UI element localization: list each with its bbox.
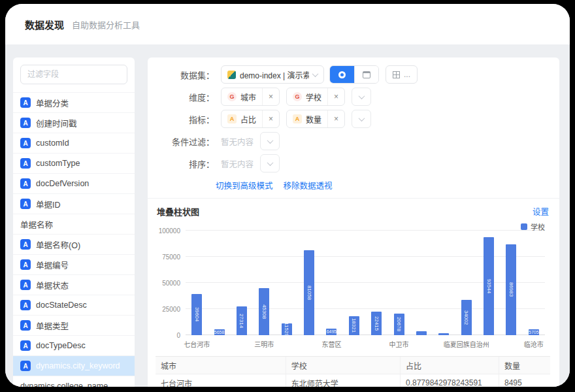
dataset-label: 数据集： xyxy=(156,69,221,81)
chart-plot: 3960456582731445308115298105864951832122… xyxy=(186,231,545,335)
sidebar-field-item[interactable]: AdocDefVersion xyxy=(13,173,135,193)
dataset-icon xyxy=(227,71,236,79)
sidebar-field-item[interactable]: AdocTypeDesc xyxy=(13,335,135,355)
table-cell: 七台河市 xyxy=(156,374,286,387)
field-type-icon: A xyxy=(20,259,31,270)
metric-tag-label: 数量 xyxy=(306,114,321,125)
bar-value-label: 5705 xyxy=(529,330,539,335)
table-header-row: 城市学校占比数量 xyxy=(156,357,550,374)
mode-links: 切换到高级模式 移除数据透视 xyxy=(216,176,550,197)
bar-value-label: 93544 xyxy=(486,279,492,293)
add-dimension-dropdown[interactable] xyxy=(352,88,371,106)
field-label: 创建时间戳 xyxy=(36,117,77,129)
stacked-bar-chart: 0250005000075000100000 39604565827314453… xyxy=(156,221,550,351)
add-sort-dropdown[interactable] xyxy=(260,154,280,172)
bar: 93544 xyxy=(484,237,494,335)
ellipsis-label: ... xyxy=(404,70,410,79)
chart-legend: 学校 xyxy=(521,221,545,232)
filter-empty-text: 暂无内容 xyxy=(221,135,254,148)
bar-value-label: 18321 xyxy=(351,318,357,333)
add-filter-dropdown[interactable] xyxy=(260,132,280,150)
metric-tag-body: A数量 xyxy=(287,114,327,125)
field-type-icon: A xyxy=(20,340,31,351)
dimension-tag-body: G城市 xyxy=(222,91,262,103)
chart-settings-link[interactable]: 设置 xyxy=(533,205,549,218)
field-type-icon: A xyxy=(20,300,31,310)
x-axis-label: 临沧市 xyxy=(524,339,544,349)
sidebar-field-item[interactable]: A单据状态 xyxy=(13,274,135,295)
sidebar: A单据分类A创建时间戳AcustomIdAcustomTypeAdocDefVe… xyxy=(13,57,135,387)
field-type-icon: A xyxy=(20,239,31,250)
main-panel: 数据集： demo-index | 演示索引 ... xyxy=(148,57,559,387)
sidebar-field-item[interactable]: 单据名称 xyxy=(13,214,135,234)
field-label: customId xyxy=(36,139,69,148)
sidebar-field-item[interactable]: A单据分类 xyxy=(13,92,135,112)
more-charts-button[interactable]: ... xyxy=(386,65,418,84)
chevron-down-icon xyxy=(267,159,273,166)
y-tick-label: 0 xyxy=(176,332,180,339)
field-type-icon: A xyxy=(20,320,31,331)
grid-icon xyxy=(393,71,400,78)
field-list: A单据分类A创建时间戳AcustomIdAcustomTypeAdocDefVe… xyxy=(13,92,135,387)
chevron-down-icon xyxy=(358,115,365,122)
bar-value-label: 11529 xyxy=(284,323,289,335)
table-icon xyxy=(363,71,370,78)
app-title: 数据发现 xyxy=(25,18,64,31)
legend-label: 学校 xyxy=(531,221,545,232)
field-type-icon: A xyxy=(20,361,31,371)
x-axis-label: 七台河市 xyxy=(184,339,210,349)
sidebar-field-item[interactable]: AcustomType xyxy=(13,153,135,173)
metric-tag: A数量× xyxy=(286,110,345,128)
app-header: 数据发现 自助数据分析工具 xyxy=(5,4,570,44)
bar-value-label: 45308 xyxy=(261,304,267,319)
sidebar-field-item[interactable]: A单据名称(O) xyxy=(13,234,135,254)
legend-swatch-icon xyxy=(521,223,527,230)
field-type-icon: A xyxy=(227,114,237,123)
sidebar-field-item[interactable]: A单据ID xyxy=(13,193,135,214)
table-column-header: 学校 xyxy=(286,357,400,374)
field-label: 单据名称 xyxy=(20,218,53,231)
sidebar-field-item[interactable]: A单据类型 xyxy=(13,315,135,335)
result-table: 城市学校占比数量 七台河市东北师范大学0.8779842978243591849… xyxy=(156,356,550,387)
dimension-tag-label: 学校 xyxy=(306,91,321,103)
table-column-header: 数量 xyxy=(499,357,550,374)
sidebar-field-item[interactable]: A单据编号 xyxy=(13,254,135,274)
remove-pivot-link[interactable]: 移除数据透视 xyxy=(284,179,333,191)
dataset-select[interactable]: demo-index | 演示索引 xyxy=(221,65,324,84)
bar xyxy=(438,333,449,335)
screen: { "app": { "title": "数据发现", "subtitle": … xyxy=(0,0,575,392)
remove-tag-button[interactable]: × xyxy=(327,110,344,127)
field-filter-input[interactable] xyxy=(20,65,127,84)
sidebar-field-item[interactable]: AcustomId xyxy=(13,133,135,153)
field-type-icon: A xyxy=(20,118,31,128)
field-filter xyxy=(13,57,135,92)
table-view-button[interactable] xyxy=(354,66,378,83)
field-type-icon: A xyxy=(20,158,31,169)
remove-tag-button[interactable]: × xyxy=(262,88,279,105)
x-axis-label: 三明市 xyxy=(254,339,274,349)
sidebar-field-item[interactable]: dynamics.college_name xyxy=(13,376,135,387)
donut-chart-icon xyxy=(338,71,346,78)
advanced-mode-link[interactable]: 切换到高级模式 xyxy=(216,179,273,191)
sidebar-field-item[interactable]: Adynamics.city_keyword xyxy=(13,355,135,376)
x-axis-label: 临夏回族自治州 xyxy=(444,339,489,349)
gridline xyxy=(186,230,545,231)
add-metric-dropdown[interactable] xyxy=(352,110,371,128)
y-tick-label: 100000 xyxy=(159,227,180,235)
bar: 45308 xyxy=(259,288,269,335)
dimension-tag: G城市× xyxy=(221,88,280,106)
field-type-icon: G xyxy=(227,92,237,101)
table-cell: 东北师范大学 xyxy=(286,374,400,387)
field-label: docTypeDesc xyxy=(36,341,86,350)
metrics-label: 指标： xyxy=(156,113,221,125)
remove-tag-button[interactable]: × xyxy=(327,88,344,105)
bar-value-label: 22415 xyxy=(374,316,380,331)
y-tick-label: 50000 xyxy=(162,280,180,287)
field-label: dynamics.city_keyword xyxy=(36,361,120,370)
sidebar-field-item[interactable]: A创建时间戳 xyxy=(13,112,135,133)
chart-view-button[interactable] xyxy=(330,66,354,83)
remove-tag-button[interactable]: × xyxy=(262,110,279,127)
field-label: 单据编号 xyxy=(36,259,69,271)
sidebar-field-item[interactable]: AdocStateDesc xyxy=(13,295,135,315)
field-label: docStateDesc xyxy=(36,301,87,310)
